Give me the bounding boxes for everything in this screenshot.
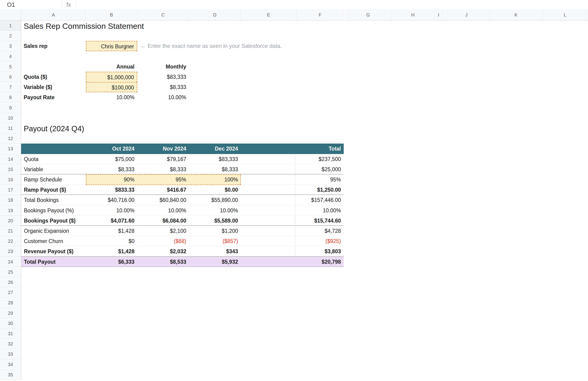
cell-value[interactable]: 10.00% bbox=[189, 205, 241, 216]
cell-value[interactable]: 90% bbox=[86, 174, 137, 185]
select-all-corner[interactable] bbox=[0, 9, 21, 21]
cell-value[interactable]: 95% bbox=[137, 174, 189, 185]
cell-value[interactable]: $1,428 bbox=[86, 246, 137, 256]
variable-monthly-value[interactable]: $8,333 bbox=[137, 82, 189, 92]
cell-value[interactable]: 10.00% bbox=[296, 205, 344, 216]
cell-value[interactable]: $833.33 bbox=[86, 185, 137, 195]
cell-value[interactable]: 10.00% bbox=[86, 205, 137, 216]
cell-value[interactable]: $25,000 bbox=[296, 164, 344, 174]
payout-rate-monthly-value[interactable]: 10.00% bbox=[137, 92, 189, 103]
row-header-33[interactable]: 33 bbox=[0, 349, 21, 359]
column-header-E[interactable]: E bbox=[241, 9, 296, 21]
payout-row-variable[interactable]: Variable$8,333$8,333$8,333$25,000 bbox=[21, 164, 344, 174]
column-header-K[interactable]: K bbox=[490, 9, 542, 21]
payout-row-total-payout[interactable]: Total Payout$6,333$8,533$5,932$20,798 bbox=[21, 257, 344, 267]
row-header-34[interactable]: 34 bbox=[0, 360, 21, 370]
row-header-25[interactable]: 25 bbox=[0, 267, 21, 277]
cell-value[interactable]: $5,589.00 bbox=[189, 216, 241, 226]
cell-value[interactable]: $75,000 bbox=[86, 154, 137, 164]
payout-rate-annual-value[interactable]: 10.00% bbox=[86, 92, 137, 103]
cell-reference-box[interactable]: O1 bbox=[0, 0, 62, 9]
payout-rate-label[interactable]: Payout Rate bbox=[24, 92, 55, 103]
row-header-17[interactable]: 17 bbox=[0, 185, 21, 195]
row-label[interactable]: Customer Churn bbox=[21, 236, 86, 246]
quota-annual-input[interactable]: $1,000,000 bbox=[86, 72, 137, 82]
payout-row-revenue-payout-[interactable]: Revenue Payout ($)$1,428$2,032$343$3,803 bbox=[21, 246, 344, 256]
cell-value[interactable]: ($857) bbox=[189, 236, 241, 246]
cell-value[interactable]: $0.00 bbox=[189, 185, 241, 195]
column-header-H[interactable]: H bbox=[392, 9, 434, 21]
cell-value[interactable]: $83,333 bbox=[189, 154, 241, 164]
row-header-23[interactable]: 23 bbox=[0, 246, 21, 256]
row-label[interactable]: Ramp Schedule bbox=[21, 174, 86, 185]
row-header-22[interactable]: 22 bbox=[0, 236, 21, 246]
payout-section-title[interactable]: Payout (2024 Q4) bbox=[24, 123, 84, 134]
cell-value[interactable]: $8,333 bbox=[137, 164, 189, 174]
row-header-6[interactable]: 6 bbox=[0, 72, 21, 82]
cell-value[interactable]: ($68) bbox=[137, 236, 189, 246]
payout-row-bookings-payout-[interactable]: Bookings Payout (%)10.00%10.00%10.00%10.… bbox=[21, 205, 344, 216]
cell-value[interactable]: $0 bbox=[86, 236, 137, 246]
row-header-1[interactable]: 1 bbox=[0, 21, 21, 31]
cell-value[interactable]: $8,533 bbox=[137, 257, 189, 267]
row-header-12[interactable]: 12 bbox=[0, 133, 21, 144]
cell-value[interactable]: $15,744.60 bbox=[296, 216, 344, 226]
payout-row-organic-expansion[interactable]: Organic Expansion$1,428$2,100$1,200$4,72… bbox=[21, 226, 344, 236]
cell-value[interactable]: $55,890.00 bbox=[189, 195, 241, 205]
rate-header-annual[interactable]: Annual bbox=[86, 62, 137, 72]
row-header-13[interactable]: 13 bbox=[0, 144, 21, 154]
sheet-title-cell[interactable]: Sales Rep Commission Statement bbox=[24, 21, 144, 32]
row-header-29[interactable]: 29 bbox=[0, 308, 21, 318]
variable-annual-input[interactable]: $100,000 bbox=[86, 82, 137, 92]
cell-value[interactable]: $8,333 bbox=[86, 164, 137, 174]
cell-value[interactable]: $1,200 bbox=[189, 226, 241, 236]
row-label[interactable]: Bookings Payout ($) bbox=[21, 216, 86, 226]
row-header-10[interactable]: 10 bbox=[0, 113, 21, 123]
column-header-G[interactable]: G bbox=[345, 9, 392, 21]
row-header-27[interactable]: 27 bbox=[0, 287, 21, 297]
column-header-C[interactable]: C bbox=[137, 9, 189, 21]
variable-label[interactable]: Variable ($) bbox=[24, 82, 52, 92]
row-label[interactable]: Total Payout bbox=[21, 257, 86, 267]
row-header-35[interactable]: 35 bbox=[0, 370, 21, 380]
column-header-J[interactable]: J bbox=[443, 9, 490, 21]
cell-value[interactable]: ($925) bbox=[296, 236, 344, 246]
row-label[interactable]: Revenue Payout ($) bbox=[21, 246, 86, 256]
row-label[interactable]: Organic Expansion bbox=[21, 226, 86, 236]
cell-value[interactable]: $416.67 bbox=[137, 185, 189, 195]
row-header-14[interactable]: 14 bbox=[0, 154, 21, 164]
cell-value[interactable]: $4,728 bbox=[296, 226, 344, 236]
payout-row-ramp-schedule[interactable]: Ramp Schedule90%95%100%95% bbox=[21, 174, 344, 185]
column-header-F[interactable]: F bbox=[296, 9, 344, 21]
payout-row-ramp-payout-[interactable]: Ramp Payout ($)$833.33$416.67$0.00$1,250… bbox=[21, 185, 344, 195]
payout-header-dec-2024[interactable]: Dec 2024 bbox=[189, 144, 241, 154]
payout-table-header-row[interactable]: Oct 2024Nov 2024Dec 2024Total bbox=[21, 144, 344, 154]
payout-row-quota[interactable]: Quota$75,000$79,167$83,333$237,500 bbox=[21, 154, 344, 164]
column-header-I[interactable]: I bbox=[434, 9, 443, 21]
row-header-3[interactable]: 3 bbox=[0, 41, 21, 51]
cell-value[interactable]: $343 bbox=[189, 246, 241, 256]
row-header-20[interactable]: 20 bbox=[0, 216, 21, 226]
cell-value[interactable]: 95% bbox=[296, 174, 344, 185]
payout-header-nov-2024[interactable]: Nov 2024 bbox=[137, 144, 189, 154]
row-header-8[interactable]: 8 bbox=[0, 92, 21, 103]
payout-row-total-bookings[interactable]: Total Bookings$40,716.00$60,840.00$55,89… bbox=[21, 195, 344, 205]
row-header-2[interactable]: 2 bbox=[0, 31, 21, 41]
row-label[interactable]: Variable bbox=[21, 164, 86, 174]
cell-value[interactable]: $1,250.00 bbox=[296, 185, 344, 195]
row-header-31[interactable]: 31 bbox=[0, 329, 21, 339]
cell-value[interactable]: 100% bbox=[189, 174, 241, 185]
row-header-11[interactable]: 11 bbox=[0, 123, 21, 133]
row-label[interactable]: Ramp Payout ($) bbox=[21, 185, 86, 195]
column-header-B[interactable]: B bbox=[86, 9, 137, 21]
row-header-26[interactable]: 26 bbox=[0, 277, 21, 287]
payout-row-customer-churn[interactable]: Customer Churn$0($68)($857)($925) bbox=[21, 236, 344, 246]
row-header-19[interactable]: 19 bbox=[0, 205, 21, 216]
cell-value[interactable]: $40,716.00 bbox=[86, 195, 137, 205]
cell-value[interactable]: $3,803 bbox=[296, 246, 344, 256]
cell-value[interactable]: $79,167 bbox=[137, 154, 189, 164]
payout-header-total[interactable]: Total bbox=[296, 144, 344, 154]
row-header-7[interactable]: 7 bbox=[0, 82, 21, 92]
cell-value[interactable]: $5,932 bbox=[189, 257, 241, 267]
quota-label[interactable]: Quota ($) bbox=[24, 72, 47, 82]
